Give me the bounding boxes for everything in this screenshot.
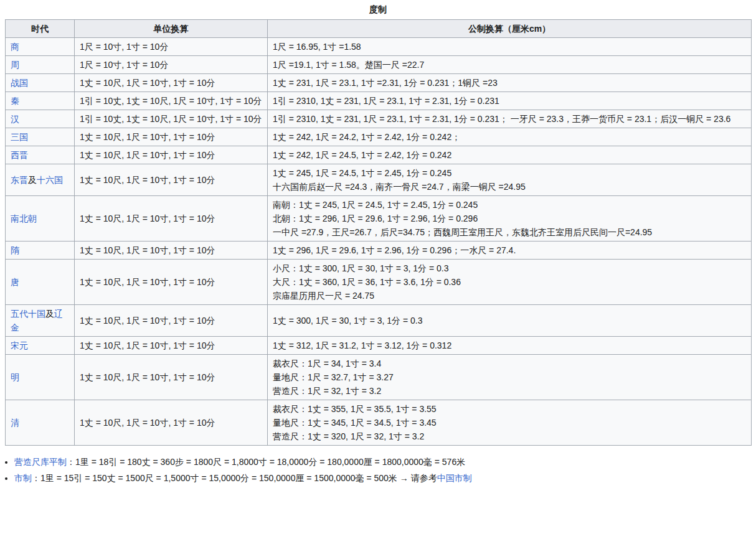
note-text: ：1里 = 15引 = 150丈 = 1500尺 = 1,5000寸 = 15,…: [32, 473, 437, 483]
era-cell: 南北朝: [6, 195, 75, 241]
metric-line: 1尺 =19.1, 1寸 = 1.58。楚国一尺 =22.7: [273, 58, 746, 72]
metric-cell: 1丈 = 242, 1尺 = 24.5, 1寸 = 2.42, 1分 = 0.2…: [268, 146, 752, 164]
era-link[interactable]: 东晋: [11, 175, 28, 185]
era-cell: 明: [6, 354, 75, 400]
metric-cell: 1引 = 2310, 1丈 = 231, 1尺 = 23.1, 1寸 = 2.3…: [268, 91, 752, 110]
note-link[interactable]: 营造尺库平制: [14, 457, 67, 467]
table-row: 商1尺 = 10寸, 1寸 = 10分1尺 = 16.95, 1寸 =1.58: [6, 37, 752, 55]
table-row: 明1丈 = 10尺, 1尺 = 10寸, 1寸 = 10分裁衣尺：1尺 = 34…: [6, 354, 752, 400]
table-row: 三国1丈 = 10尺, 1尺 = 10寸, 1寸 = 10分1丈 = 242, …: [6, 128, 752, 146]
era-link[interactable]: 十六国: [37, 175, 63, 185]
metric-cell: 小尺：1丈 = 300, 1尺 = 30, 1寸 = 3, 1分 = 0.3大尺…: [268, 259, 752, 304]
era-link[interactable]: 唐: [11, 277, 19, 287]
table-row: 东晋及十六国1丈 = 10尺, 1尺 = 10寸, 1寸 = 10分1丈 = 2…: [6, 164, 752, 195]
measurement-table-body: 商1尺 = 10寸, 1寸 = 10分1尺 = 16.95, 1寸 =1.58周…: [6, 37, 752, 445]
era-link[interactable]: 秦: [11, 96, 19, 106]
metric-line: 1引 = 2310, 1丈 = 231, 1尺 = 23.1, 1寸 = 2.3…: [273, 112, 746, 126]
metric-line: 1丈 = 245, 1尺 = 24.5, 1寸 = 2.45, 1分 = 0.2…: [273, 166, 746, 180]
era-link[interactable]: 五代十国: [11, 309, 45, 319]
notes-list: 营造尺库平制：1里 = 18引 = 180丈 = 360步 = 1800尺 = …: [5, 454, 756, 486]
metric-cell: 1丈 = 312, 1尺 = 31.2, 1寸 = 3.12, 1分 = 0.3…: [268, 336, 752, 354]
era-cell: 战国: [6, 73, 75, 91]
table-title: 度制: [0, 0, 756, 19]
note-item: 营造尺库平制：1里 = 18引 = 180丈 = 360步 = 1800尺 = …: [14, 454, 756, 470]
units-cell: 1丈 = 10尺, 1尺 = 10寸, 1寸 = 10分: [75, 146, 268, 164]
metric-line: 1尺 = 16.95, 1寸 =1.58: [273, 40, 746, 54]
metric-line: 1丈 = 231, 1尺 = 23.1, 1寸 =2.31, 1分 = 0.23…: [273, 76, 746, 90]
metric-line: 1丈 = 242, 1尺 = 24.5, 1寸 = 2.42, 1分 = 0.2…: [273, 148, 746, 162]
metric-cell: 1引 = 2310, 1丈 = 231, 1尺 = 23.1, 1寸 = 2.3…: [268, 110, 752, 128]
table-row: 南北朝1丈 = 10尺, 1尺 = 10寸, 1寸 = 10分南朝：1丈 = 2…: [6, 195, 752, 241]
metric-line: 一中尺 =27.9，王尺=26.7，后尺=34.75；西魏周王室用王尺，东魏北齐…: [273, 225, 746, 239]
era-text: 及: [28, 175, 37, 185]
era-link[interactable]: 宋元: [11, 340, 28, 350]
units-cell: 1引 = 10丈, 1丈 = 10尺, 1尺 = 10寸, 1寸 = 10分: [75, 110, 268, 128]
metric-line: 营造尺：1丈 = 320, 1尺 = 32, 1寸 = 3.2: [273, 429, 746, 443]
page: 度制 时代 单位换算 公制换算（厘米cm） 商1尺 = 10寸, 1寸 = 10…: [0, 0, 756, 486]
metric-cell: 1丈 = 231, 1尺 = 23.1, 1寸 =2.31, 1分 = 0.23…: [268, 73, 752, 91]
era-link[interactable]: 隋: [11, 245, 19, 255]
metric-cell: 南朝：1丈 = 245, 1尺 = 24.5, 1寸 = 2.45, 1分 = …: [268, 195, 752, 241]
table-row: 秦1引 = 10丈, 1丈 = 10尺, 1尺 = 10寸, 1寸 = 10分1…: [6, 91, 752, 110]
units-cell: 1尺 = 10寸, 1寸 = 10分: [75, 37, 268, 55]
note-item: 市制：1里 = 15引 = 150丈 = 1500尺 = 1,5000寸 = 1…: [14, 470, 756, 486]
metric-line: 营造尺：1尺 = 32, 1寸 = 3.2: [273, 384, 746, 398]
era-cell: 商: [6, 37, 75, 55]
era-link[interactable]: 南北朝: [11, 213, 37, 223]
metric-cell: 1尺 =19.1, 1寸 = 1.58。楚国一尺 =22.7: [268, 55, 752, 73]
era-link[interactable]: 商: [11, 42, 19, 52]
era-link[interactable]: 三国: [11, 132, 28, 142]
note-link[interactable]: 中国市制: [437, 473, 472, 483]
era-text: 及: [45, 309, 54, 319]
metric-cell: 1丈 = 300, 1尺 = 30, 1寸 = 3, 1分 = 0.3: [268, 304, 752, 336]
units-cell: 1丈 = 10尺, 1尺 = 10寸, 1寸 = 10分: [75, 400, 268, 445]
metric-line: 1丈 = 242, 1尺 = 24.2, 1寸 = 2.42, 1分 = 0.2…: [273, 130, 746, 144]
era-cell: 三国: [6, 128, 75, 146]
table-row: 周1尺 = 10寸, 1寸 = 10分1尺 =19.1, 1寸 = 1.58。楚…: [6, 55, 752, 73]
note-text: ：1里 = 18引 = 180丈 = 360步 = 1800尺 = 1,8000…: [67, 457, 465, 467]
units-cell: 1尺 = 10寸, 1寸 = 10分: [75, 55, 268, 73]
metric-cell: 1丈 = 245, 1尺 = 24.5, 1寸 = 2.45, 1分 = 0.2…: [268, 164, 752, 195]
metric-line: 1丈 = 296, 1尺 = 29.6, 1寸 = 2.96, 1分 = 0.2…: [273, 243, 746, 257]
era-cell: 清: [6, 400, 75, 445]
metric-cell: 裁衣尺：1丈 = 355, 1尺 = 35.5, 1寸 = 3.55量地尺：1丈…: [268, 400, 752, 445]
units-cell: 1丈 = 10尺, 1尺 = 10寸, 1寸 = 10分: [75, 259, 268, 304]
header-metric: 公制换算（厘米cm）: [268, 19, 752, 37]
metric-line: 十六国前后赵一尺 =24.3，南齐一骨尺 =24.7，南梁一铜尺 =24.95: [273, 180, 746, 194]
measurement-table: 时代 单位换算 公制换算（厘米cm） 商1尺 = 10寸, 1寸 = 10分1尺…: [5, 19, 752, 446]
metric-line: 宗庙星历用尺一尺 = 24.75: [273, 289, 746, 302]
units-cell: 1丈 = 10尺, 1尺 = 10寸, 1寸 = 10分: [75, 354, 268, 400]
metric-cell: 1尺 = 16.95, 1寸 =1.58: [268, 37, 752, 55]
era-link[interactable]: 周: [11, 60, 19, 70]
era-cell: 五代十国及辽金: [6, 304, 75, 336]
metric-line: 1引 = 2310, 1丈 = 231, 1尺 = 23.1, 1寸 = 2.3…: [273, 94, 746, 108]
header-row: 时代 单位换算 公制换算（厘米cm）: [6, 19, 752, 37]
metric-line: 北朝：1丈 = 296, 1尺 = 29.6, 1寸 = 2.96, 1分 = …: [273, 212, 746, 225]
era-cell: 唐: [6, 259, 75, 304]
era-link[interactable]: 战国: [11, 78, 28, 88]
metric-cell: 1丈 = 296, 1尺 = 29.6, 1寸 = 2.96, 1分 = 0.2…: [268, 241, 752, 259]
era-link[interactable]: 汉: [11, 114, 19, 124]
table-row: 战国1丈 = 10尺, 1尺 = 10寸, 1寸 = 10分1丈 = 231, …: [6, 73, 752, 91]
note-link[interactable]: 市制: [14, 473, 32, 483]
metric-line: 1丈 = 300, 1尺 = 30, 1寸 = 3, 1分 = 0.3: [273, 314, 746, 327]
era-link[interactable]: 明: [11, 372, 19, 382]
metric-line: 南朝：1丈 = 245, 1尺 = 24.5, 1寸 = 2.45, 1分 = …: [273, 198, 746, 212]
metric-line: 量地尺：1丈 = 345, 1尺 = 34.5, 1寸 = 3.45: [273, 416, 746, 429]
metric-line: 1丈 = 312, 1尺 = 31.2, 1寸 = 3.12, 1分 = 0.3…: [273, 339, 746, 352]
metric-line: 小尺：1丈 = 300, 1尺 = 30, 1寸 = 3, 1分 = 0.3: [273, 261, 746, 275]
units-cell: 1丈 = 10尺, 1尺 = 10寸, 1寸 = 10分: [75, 195, 268, 241]
metric-line: 大尺：1丈 = 360, 1尺 = 36, 1寸 = 3.6, 1分 = 0.3…: [273, 275, 746, 289]
metric-line: 裁衣尺：1尺 = 34, 1寸 = 3.4: [273, 357, 746, 370]
units-cell: 1丈 = 10尺, 1尺 = 10寸, 1寸 = 10分: [75, 164, 268, 195]
units-cell: 1丈 = 10尺, 1尺 = 10寸, 1寸 = 10分: [75, 304, 268, 336]
era-link[interactable]: 西晋: [11, 150, 28, 160]
units-cell: 1引 = 10丈, 1丈 = 10尺, 1尺 = 10寸, 1寸 = 10分: [75, 91, 268, 110]
metric-cell: 1丈 = 242, 1尺 = 24.2, 1寸 = 2.42, 1分 = 0.2…: [268, 128, 752, 146]
table-row: 唐1丈 = 10尺, 1尺 = 10寸, 1寸 = 10分小尺：1丈 = 300…: [6, 259, 752, 304]
era-cell: 隋: [6, 241, 75, 259]
era-cell: 东晋及十六国: [6, 164, 75, 195]
era-link[interactable]: 清: [11, 418, 19, 428]
units-cell: 1丈 = 10尺, 1尺 = 10寸, 1寸 = 10分: [75, 128, 268, 146]
units-cell: 1丈 = 10尺, 1尺 = 10寸, 1寸 = 10分: [75, 241, 268, 259]
